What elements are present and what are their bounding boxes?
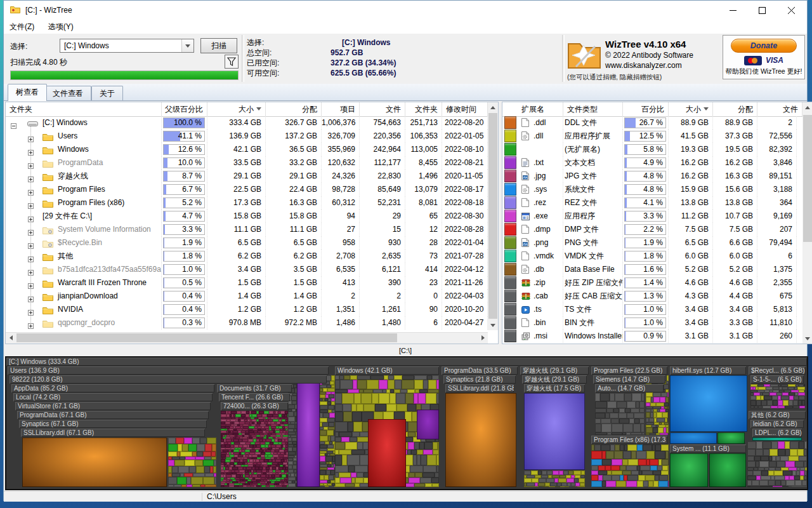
treemap-tile[interactable] xyxy=(353,380,357,389)
treemap-tile[interactable] xyxy=(793,400,798,406)
treemap-tile[interactable] xyxy=(560,486,565,487)
treemap-tile[interactable] xyxy=(214,460,216,466)
expand-icon[interactable] xyxy=(28,147,34,156)
extension-name[interactable]: .dll xyxy=(534,130,543,143)
treemap-tile[interactable] xyxy=(423,465,436,472)
treemap-tile[interactable] xyxy=(329,413,335,418)
treemap[interactable]: [C:] Windows (333.4 GB)Users (136.9 GB)9… xyxy=(5,356,808,490)
expand-icon[interactable] xyxy=(28,227,34,236)
treemap-tile[interactable] xyxy=(347,455,360,465)
treemap-tile[interactable] xyxy=(185,460,195,466)
treemap-tile[interactable] xyxy=(598,471,607,475)
treemap-tile[interactable] xyxy=(772,396,778,400)
treemap-tile[interactable] xyxy=(660,397,665,403)
treemap-tile[interactable] xyxy=(797,449,804,456)
treemap-tile[interactable] xyxy=(627,444,637,451)
treemap-tile[interactable] xyxy=(653,471,661,475)
scroll-left-icon[interactable] xyxy=(6,333,16,343)
treemap-tile[interactable] xyxy=(640,465,650,471)
treemap-tile[interactable] xyxy=(778,441,785,449)
treemap-block[interactable] xyxy=(368,419,406,487)
treemap-tile[interactable] xyxy=(287,485,288,487)
treemap-tile[interactable] xyxy=(778,449,785,456)
treemap-tile[interactable] xyxy=(325,456,332,462)
treemap-tile[interactable] xyxy=(795,480,802,486)
treemap-tile[interactable] xyxy=(292,465,297,469)
expand-icon[interactable] xyxy=(28,280,34,290)
treemap-tile[interactable] xyxy=(559,471,563,475)
treemap-tile[interactable] xyxy=(781,480,786,486)
treemap-tile[interactable] xyxy=(660,433,668,435)
treemap-tile[interactable] xyxy=(641,424,645,432)
expand-icon[interactable] xyxy=(28,267,34,276)
treemap-tile[interactable] xyxy=(622,471,631,475)
treemap-tile[interactable] xyxy=(606,481,616,487)
folder-name[interactable]: b75a1dfca213dfa475aa55f69a xyxy=(58,263,161,276)
treemap-tile[interactable] xyxy=(662,459,669,465)
tree-hscrollbar[interactable] xyxy=(6,332,488,344)
treemap-tile[interactable] xyxy=(752,480,759,486)
treemap-tile[interactable] xyxy=(623,424,633,432)
treemap-tile[interactable] xyxy=(348,465,355,472)
treemap-label[interactable]: SSLLibrary.ddl (21.8 GB) xyxy=(445,384,514,392)
treemap-tile[interactable] xyxy=(320,436,328,441)
treemap-tile[interactable] xyxy=(342,393,354,404)
treemap-tile[interactable] xyxy=(415,472,422,478)
treemap-label[interactable]: hiberfil.sys (12.7 GB) xyxy=(670,366,746,375)
treemap-tile[interactable] xyxy=(629,418,634,424)
treemap-tile[interactable] xyxy=(790,449,797,456)
treemap-tile[interactable] xyxy=(427,375,432,380)
treemap-tile[interactable] xyxy=(799,456,807,461)
treemap-tile[interactable] xyxy=(653,397,660,403)
extension-name[interactable]: .txt xyxy=(534,156,544,170)
treemap-tile[interactable] xyxy=(610,393,615,401)
expand-icon[interactable] xyxy=(28,200,34,210)
treemap-tile[interactable] xyxy=(375,404,386,411)
treemap-tile[interactable] xyxy=(661,392,667,397)
expand-icon[interactable] xyxy=(28,293,34,303)
treemap-block[interactable] xyxy=(417,410,439,439)
treemap-tile[interactable] xyxy=(665,397,669,403)
treemap-tile[interactable] xyxy=(595,432,607,435)
extension-name[interactable]: .ts xyxy=(534,303,542,316)
treemap-block[interactable] xyxy=(445,393,516,487)
treemap-tile[interactable] xyxy=(168,485,174,487)
extension-name[interactable]: .ddl xyxy=(534,116,546,130)
treemap-tile[interactable] xyxy=(174,485,181,487)
treemap-tile[interactable] xyxy=(595,408,606,413)
treemap-tile[interactable] xyxy=(422,472,435,478)
treemap-tile[interactable] xyxy=(433,450,439,455)
treemap-tile[interactable] xyxy=(650,433,656,435)
treemap-tile[interactable] xyxy=(335,375,339,380)
treemap-tile[interactable] xyxy=(204,466,210,473)
treemap-tile[interactable] xyxy=(427,455,436,465)
treemap-tile[interactable] xyxy=(396,393,405,404)
expand-icon[interactable] xyxy=(28,320,34,330)
treemap-tile[interactable] xyxy=(352,432,360,437)
treemap-tile[interactable] xyxy=(395,380,402,389)
treemap-tile[interactable] xyxy=(646,427,653,433)
treemap-tile[interactable] xyxy=(601,418,611,424)
filter-button[interactable] xyxy=(225,55,239,69)
scroll-up-icon[interactable] xyxy=(802,102,812,112)
treemap-tile[interactable] xyxy=(767,400,773,406)
treemap-tile[interactable] xyxy=(408,432,416,437)
treemap-tile[interactable] xyxy=(595,401,607,408)
treemap-tile[interactable] xyxy=(407,404,416,411)
treemap-tile[interactable] xyxy=(168,451,177,457)
treemap-tile[interactable] xyxy=(639,418,645,424)
treemap-tile[interactable] xyxy=(750,396,756,400)
treemap-tile[interactable] xyxy=(320,456,325,462)
treemap-tile[interactable] xyxy=(605,465,611,471)
treemap-tile[interactable] xyxy=(668,481,669,487)
treemap-tile[interactable] xyxy=(420,478,431,483)
expand-icon[interactable] xyxy=(28,307,34,316)
treemap-tile[interactable] xyxy=(335,437,341,442)
treemap-block[interactable] xyxy=(717,432,745,444)
drive-combo[interactable]: [C:] Windows xyxy=(60,39,194,53)
treemap-tile[interactable] xyxy=(598,465,605,471)
scroll-down-icon[interactable] xyxy=(802,333,812,344)
treemap-tile[interactable] xyxy=(565,486,569,487)
treemap-tile[interactable] xyxy=(409,472,415,478)
treemap-label[interactable]: Local (74.2 GB) xyxy=(13,393,213,401)
